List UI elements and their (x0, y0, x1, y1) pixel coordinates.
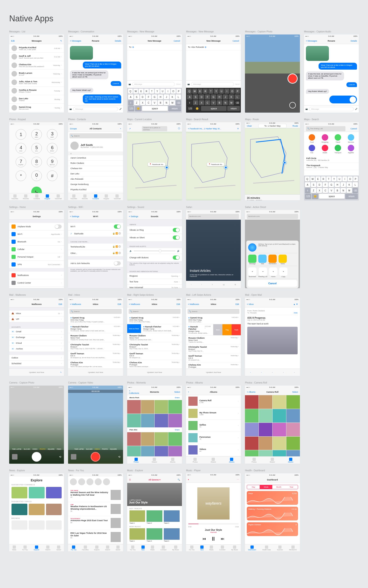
tab-voicemail[interactable]: Voicemail (114, 194, 120, 200)
tab-voicemail[interactable]: Voicemail (55, 194, 62, 200)
map-pin-label[interactable]: 📍 Facebook Inc. (148, 163, 165, 166)
shutter-button[interactable] (91, 452, 100, 462)
conversation-row[interactable]: Chelsea KimHey! Are you around this week… (9, 61, 64, 70)
key[interactable]: C (205, 100, 210, 105)
key[interactable]: X (199, 100, 204, 105)
tab-dashboard[interactable]: Dashboard (248, 545, 256, 551)
flip-camera-icon[interactable]: ⟲ (118, 456, 120, 458)
key[interactable]: B (335, 188, 340, 193)
nav-back[interactable]: < Albums (247, 391, 258, 393)
message-bubble[interactable]: It was the best, we arrived just in time… (70, 70, 108, 79)
key[interactable]: ⇧ (128, 100, 133, 105)
key[interactable]: W (192, 89, 197, 94)
key[interactable]: J (164, 95, 169, 99)
album-row[interactable]: Camera Roll2,768› (186, 395, 241, 407)
tab-shared[interactable]: Shared (211, 458, 216, 463)
prev-button[interactable]: ⏮ (202, 537, 206, 541)
compose-input[interactable]: iMessage (309, 107, 354, 111)
key[interactable]: D (317, 182, 322, 187)
key[interactable]: K (347, 182, 352, 187)
nav-action[interactable]: Cancel (228, 40, 239, 42)
to-field[interactable]: To: Alex Rolowski ⊕ (186, 44, 241, 50)
nav-action[interactable]: ✎ (51, 40, 62, 42)
key[interactable]: I (224, 89, 229, 94)
key[interactable]: E (316, 176, 320, 182)
map-pin-label[interactable]: 📍 Facebook Inc. (207, 163, 224, 166)
tab-search[interactable]: Search (105, 545, 110, 551)
nav-action[interactable]: Edit (51, 303, 62, 305)
category-services[interactable]: Services (345, 134, 357, 143)
key[interactable]: R (144, 89, 149, 94)
email-row[interactable]: Christophe TauzietYesterday ›Bonjour!Hey… (68, 342, 123, 351)
health-card[interactable]: Flights Climbed8 (247, 522, 298, 536)
key[interactable]: K (170, 95, 175, 99)
setting-cellular[interactable]: Cellular › (9, 246, 64, 253)
key[interactable]: U (337, 176, 342, 182)
key[interactable]: A (128, 95, 133, 99)
setting-bluetooth[interactable]: Bluetooth On› (9, 238, 64, 246)
key[interactable]: P (235, 89, 240, 94)
contact-row[interactable]: Alex Rolowski (68, 176, 123, 182)
key-space[interactable]: space (201, 106, 227, 111)
key[interactable]: A (187, 95, 192, 99)
nav-back[interactable]: < Collections (129, 390, 140, 394)
tab-search[interactable]: Search (45, 545, 50, 551)
key[interactable]: J (223, 95, 228, 99)
to-field[interactable]: To: ⊕ (127, 44, 182, 50)
tab-photos[interactable]: Photos (193, 458, 198, 463)
flip-camera-icon[interactable] (289, 102, 296, 108)
key[interactable]: G (152, 95, 157, 99)
key[interactable]: M (347, 188, 352, 193)
map-view[interactable] (245, 128, 300, 194)
tab-new[interactable]: New (141, 545, 145, 551)
message-bubble[interactable]: Hey Robin! What's up? (306, 89, 329, 94)
keypad-8[interactable]: 8TUV (31, 157, 42, 167)
key[interactable]: Z (311, 188, 316, 193)
key[interactable]: N (341, 188, 346, 193)
folder-icon[interactable]: ▫ (261, 372, 262, 373)
conversation-row[interactable]: Geoff & JeffGeoff: Sounds good, see you … (9, 53, 64, 61)
contact-row[interactable]: George Kestenburg (68, 182, 123, 187)
shutter-button[interactable] (32, 452, 41, 462)
nav-back[interactable]: Edit (11, 40, 23, 42)
key-emoji[interactable]: 😊 (135, 106, 141, 111)
tab-saved[interactable]: Saved (56, 545, 61, 551)
last-photo-thumb[interactable] (12, 454, 18, 460)
contact-row[interactable]: Aaron Cerambus (68, 155, 123, 161)
time-segment[interactable]: DayWeekMonthYear (247, 485, 298, 489)
email-row[interactable]: Geoff TeemanYesterday ›iOS 9All wrapped … (68, 351, 123, 360)
key[interactable]: P (353, 176, 358, 182)
nav-back[interactable]: < Mailboxes (188, 303, 199, 305)
camera-icon[interactable]: 📷 (69, 108, 72, 110)
contact-row[interactable]: Robin Clediere (68, 161, 123, 166)
map-view[interactable]: 📍 Facebook Inc. (127, 132, 182, 200)
tab-sources[interactable]: Sources (277, 545, 283, 551)
tab-connect[interactable]: Connect (220, 545, 225, 551)
setting-notifications[interactable]: Notifications › (9, 272, 64, 279)
keypad-*[interactable]: * (16, 170, 26, 181)
tab-saved[interactable]: Saved (116, 545, 120, 551)
conversation-row[interactable]: Brady Larsonok cool Yesterday› (9, 70, 64, 78)
key-return[interactable]: return (168, 106, 181, 111)
tab-health-data[interactable]: Health Data (262, 545, 271, 551)
shutter-button[interactable] (287, 73, 298, 84)
key-space[interactable]: space (319, 194, 345, 199)
key-space[interactable]: space (142, 106, 168, 111)
next-button[interactable]: ⏭ (221, 537, 224, 541)
tab-contacts[interactable]: Contacts (92, 194, 99, 200)
key[interactable]: X (317, 188, 322, 193)
tab-recents[interactable]: Recents (23, 194, 29, 200)
flip-camera-icon[interactable]: ⟲ (59, 456, 61, 458)
key[interactable]: L (176, 95, 181, 99)
key[interactable]: T (149, 89, 154, 94)
album-row[interactable]: Panoramas18› (186, 432, 241, 444)
tab-explore[interactable]: Explore (34, 545, 39, 551)
nav-action[interactable]: Select (169, 391, 180, 393)
key[interactable]: B (217, 100, 222, 105)
tab-albums[interactable]: Albums (170, 458, 175, 463)
health-card[interactable]: Steps5,234 (247, 491, 298, 505)
conversation-row[interactable]: Priyanka KochkolThank you, it was great!… (9, 44, 64, 53)
key[interactable]: C (323, 188, 328, 193)
tab-for-you[interactable]: For You (22, 545, 28, 551)
keypad-5[interactable]: 5JKL (31, 143, 42, 153)
